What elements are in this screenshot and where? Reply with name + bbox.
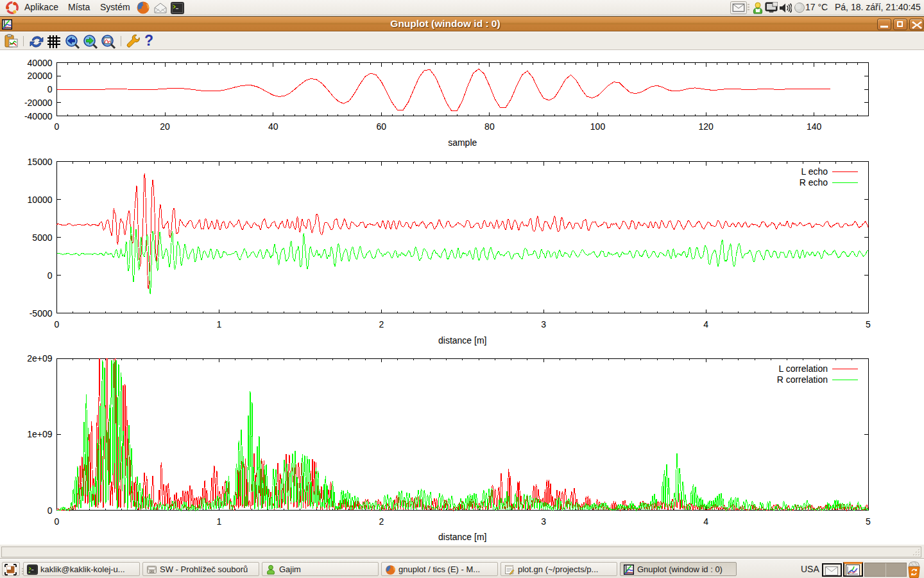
svg-text:140: 140	[807, 121, 822, 132]
svg-text:distance [m]: distance [m]	[438, 532, 486, 542]
svg-text:120: 120	[698, 121, 714, 132]
svg-text:100: 100	[590, 121, 606, 132]
svg-text:5: 5	[866, 516, 871, 527]
svg-text:-5000: -5000	[30, 308, 53, 319]
svg-text:10000: 10000	[28, 195, 53, 205]
svg-text:3: 3	[541, 516, 546, 527]
svg-text:R echo: R echo	[800, 177, 828, 188]
svg-text:1: 1	[217, 319, 222, 329]
svg-text:0: 0	[55, 516, 60, 527]
svg-text:40000: 40000	[28, 58, 53, 68]
svg-text:0: 0	[55, 319, 60, 329]
svg-text:4: 4	[703, 319, 708, 329]
svg-text:0: 0	[55, 121, 60, 132]
svg-text:20: 20	[160, 121, 170, 132]
svg-text:2: 2	[379, 319, 384, 329]
svg-text:0: 0	[47, 270, 53, 281]
svg-text:R correlation: R correlation	[777, 374, 828, 385]
svg-text:-20000: -20000	[24, 98, 53, 108]
svg-text:1: 1	[217, 516, 222, 527]
svg-text:0: 0	[47, 84, 53, 94]
svg-text:sample: sample	[448, 137, 477, 148]
svg-text:1e+09: 1e+09	[27, 429, 53, 439]
svg-text:5000: 5000	[32, 232, 52, 243]
svg-text:60: 60	[377, 121, 387, 132]
svg-text:0: 0	[47, 505, 53, 516]
svg-text:80: 80	[484, 121, 495, 132]
svg-text:15000: 15000	[28, 157, 53, 167]
svg-text:L correlation: L correlation	[778, 363, 828, 374]
svg-text:20000: 20000	[28, 71, 53, 81]
svg-text:4: 4	[703, 516, 708, 527]
svg-text:40: 40	[268, 121, 278, 132]
svg-text:L echo: L echo	[801, 166, 828, 177]
svg-text:2: 2	[379, 516, 384, 527]
svg-text:3: 3	[541, 319, 546, 329]
svg-text:5: 5	[866, 319, 871, 329]
svg-text:distance [m]: distance [m]	[438, 335, 486, 346]
svg-text:-40000: -40000	[24, 111, 53, 121]
svg-text:2e+09: 2e+09	[27, 353, 53, 363]
